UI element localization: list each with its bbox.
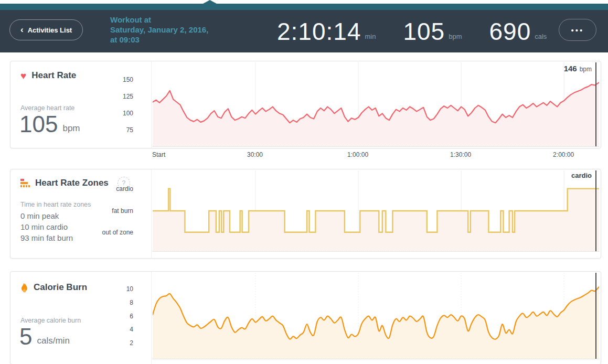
chart-cursor[interactable] (595, 62, 596, 146)
notch-triangle-icon (203, 0, 217, 4)
heart-rate-chart[interactable]: 146 bpm (153, 62, 599, 147)
duration-unit: min (365, 33, 376, 40)
y-tick-label: 75 (126, 126, 133, 134)
y-tick-label: 6 (130, 313, 133, 320)
peak-bpm-value: 146 (564, 64, 577, 73)
header: ‹ Activities List Workout at Saturday, J… (0, 10, 608, 52)
zones-step-line (153, 170, 599, 251)
more-options-button[interactable]: ••• (559, 19, 596, 41)
zones-chart[interactable]: cardio (153, 170, 599, 252)
activities-list-button[interactable]: ‹ Activities List (9, 19, 83, 40)
y-tick-label: 4 (130, 326, 133, 333)
chart-cursor[interactable] (595, 273, 596, 359)
back-chevron-icon: ‹ (20, 25, 24, 34)
zones-cursor-readout: cardio (571, 172, 592, 179)
x-axis-label: Start (152, 151, 165, 158)
header-stats: 2:10:14 min 105 bpm 690 cals (277, 10, 547, 52)
workout-title: Workout at Saturday, January 2, 2016, at… (110, 15, 236, 45)
heart-rate-zones-panel: Heart Rate Zones ? Time in heart rate zo… (10, 169, 601, 259)
y-tick-label: 8 (130, 299, 133, 306)
workout-title-line3: at 09:03 (110, 35, 236, 45)
heart-rate-info: ♥ Heart Rate Average heart rate 105 bpm … (10, 61, 152, 148)
calorie-chart[interactable] (153, 273, 599, 359)
heart-rate-line (153, 62, 599, 146)
top-accent-bar (0, 4, 608, 10)
zones-yticks: cardiofat burnout of zone (42, 169, 142, 258)
calories-value: 690 (489, 19, 531, 44)
avg-bpm-value: 105 (403, 19, 445, 44)
heart-icon: ♥ (20, 71, 26, 81)
time-axis: Start30:001:00:001:30:002:00:00 (152, 151, 599, 159)
calories-unit: cals (535, 33, 547, 40)
fitbit-workout-page: ‹ Activities List Workout at Saturday, J… (0, 0, 608, 364)
y-tick-label: 2 (130, 339, 133, 347)
zone-tick-label: out of zone (102, 229, 133, 236)
heart-rate-peak-readout: 146 bpm (564, 64, 592, 73)
avg-calorie-value: 5 (19, 325, 32, 348)
y-tick-label: 10 (126, 285, 133, 293)
heart-rate-panel: ♥ Heart Rate Average heart rate 105 bpm … (10, 61, 601, 148)
stat-duration: 2:10:14 min (277, 19, 376, 44)
workout-title-line2: Saturday, January 2, 2016, (110, 25, 236, 35)
calorie-yticks: 108642 (42, 272, 142, 364)
calorie-info: Calorie Burn Average calorie burn 5 cals… (10, 272, 152, 364)
back-button-label: Activities List (28, 26, 72, 34)
x-axis-label: 30:00 (247, 151, 263, 158)
calorie-line (153, 273, 599, 359)
stat-avg-bpm: 105 bpm (403, 19, 462, 44)
zone-tick-label: cardio (116, 185, 133, 192)
x-axis-label: 1:00:00 (347, 151, 368, 158)
y-tick-label: 125 (123, 93, 133, 100)
stat-calories: 690 cals (489, 19, 547, 44)
zones-bars-icon (20, 179, 30, 187)
x-axis-label: 2:00:00 (553, 151, 574, 158)
zones-info: Heart Rate Zones ? Time in heart rate zo… (10, 169, 152, 258)
y-tick-label: 150 (123, 76, 133, 83)
flame-icon (20, 283, 28, 293)
zone-tick-label: fat burn (112, 207, 133, 215)
y-tick-label: 100 (123, 110, 133, 117)
workout-title-line1: Workout at (110, 15, 236, 25)
calorie-burn-panel: Calorie Burn Average calorie burn 5 cals… (10, 271, 601, 364)
heart-rate-yticks: 15012510075 (42, 61, 142, 148)
x-axis-label: 1:30:00 (450, 151, 471, 158)
avg-bpm-unit: bpm (449, 33, 462, 40)
chart-cursor[interactable] (595, 170, 596, 251)
peak-bpm-unit: bpm (580, 66, 592, 73)
duration-value: 2:10:14 (277, 19, 361, 44)
